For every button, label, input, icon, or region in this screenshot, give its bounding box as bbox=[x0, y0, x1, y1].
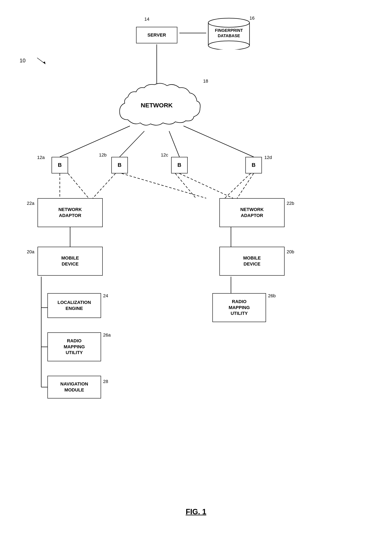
ref-14: 14 bbox=[144, 17, 149, 22]
svg-point-27 bbox=[208, 18, 249, 27]
network-adaptor-right: NETWORK ADAPTOR bbox=[219, 198, 285, 227]
ref-20a: 20a bbox=[27, 249, 34, 255]
b-box-12d: B bbox=[245, 157, 262, 173]
ref-22a: 22a bbox=[27, 201, 34, 206]
ref-12c: 12c bbox=[161, 152, 168, 158]
figure-caption: FIG. 1 bbox=[0, 508, 392, 516]
ref-22b: 22b bbox=[287, 201, 294, 206]
ref-12b: 12b bbox=[99, 152, 107, 158]
ref-16: 16 bbox=[249, 16, 254, 21]
svg-line-4 bbox=[169, 131, 179, 157]
b-box-12c: B bbox=[171, 157, 188, 173]
svg-line-12 bbox=[237, 173, 254, 198]
svg-line-3 bbox=[120, 131, 144, 157]
ref-12a: 12a bbox=[37, 155, 45, 160]
ref-12d: 12d bbox=[264, 155, 272, 160]
ref-26b: 26b bbox=[268, 293, 276, 299]
svg-line-10 bbox=[175, 173, 196, 198]
svg-point-28 bbox=[208, 41, 249, 50]
server-box: SERVER bbox=[136, 27, 177, 43]
mobile-device-left: MOBILE DEVICE bbox=[38, 247, 103, 276]
localization-engine: LOCALIZATION ENGINE bbox=[47, 293, 101, 318]
arrow-10 bbox=[27, 54, 52, 70]
ref-10: 10 bbox=[20, 57, 26, 64]
svg-marker-25 bbox=[43, 62, 45, 64]
diagram: 10 SERVER 14 FINGERPRINT DATABASE 16 NET… bbox=[0, 0, 392, 526]
svg-line-13 bbox=[225, 173, 251, 198]
fingerprint-db: FINGERPRINT DATABASE bbox=[206, 17, 252, 50]
ref-18: 18 bbox=[203, 79, 208, 84]
radio-mapping-right: RADIO MAPPING UTILITY bbox=[212, 293, 266, 322]
network-cloud: NETWORK bbox=[111, 79, 202, 132]
ref-20b: 20b bbox=[287, 249, 294, 255]
ref-26a: 26a bbox=[103, 332, 111, 338]
b-box-12a: B bbox=[52, 157, 68, 173]
ref-24: 24 bbox=[103, 293, 108, 299]
svg-line-9 bbox=[122, 173, 206, 198]
navigation-module: NAVIGATION MODULE bbox=[47, 376, 101, 398]
network-adaptor-left: NETWORK ADAPTOR bbox=[38, 198, 103, 227]
radio-mapping-left: RADIO MAPPING UTILITY bbox=[47, 332, 101, 361]
ref-28: 28 bbox=[103, 379, 108, 384]
svg-line-11 bbox=[179, 173, 233, 198]
b-box-12b: B bbox=[111, 157, 128, 173]
svg-line-7 bbox=[68, 173, 89, 198]
svg-line-8 bbox=[93, 173, 116, 198]
mobile-device-right: MOBILE DEVICE bbox=[219, 247, 285, 276]
